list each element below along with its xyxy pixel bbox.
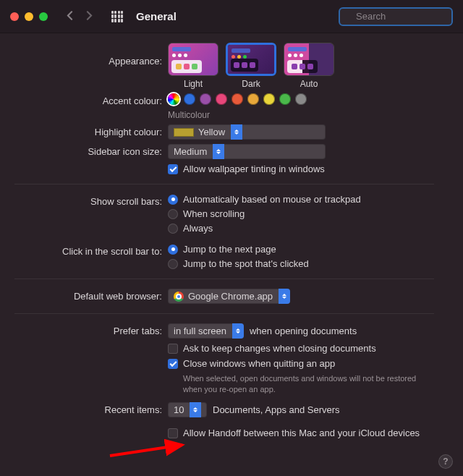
close-windows-label: Close windows when quitting an app	[183, 358, 335, 369]
accent-green[interactable]	[279, 93, 291, 105]
search-field[interactable]	[339, 7, 453, 26]
accent-label: Accent colour:	[0, 93, 168, 106]
close-window-button[interactable]	[10, 12, 19, 21]
window-controls	[10, 12, 48, 21]
back-button[interactable]	[65, 11, 75, 22]
chevron-updown-icon	[213, 144, 224, 159]
content: Appearance: Light Dark Auto Accent colou…	[0, 33, 463, 455]
handoff-checkbox[interactable]: Allow Handoff between this Mac and your …	[168, 428, 449, 438]
chevron-updown-icon	[279, 289, 290, 304]
accent-blue[interactable]	[184, 93, 195, 105]
recent-items-select[interactable]: 10	[168, 402, 207, 417]
chevron-updown-icon	[232, 323, 244, 339]
default-browser-select[interactable]: Google Chrome.app	[168, 289, 290, 304]
appearance-light-caption: Light	[168, 79, 218, 89]
sidebar-size-select[interactable]: Medium	[168, 144, 326, 159]
scroll-click-next-radio[interactable]: Jump to the next page	[168, 244, 449, 255]
browser-value: Google Chrome.app	[188, 291, 273, 302]
ask-changes-checkbox[interactable]: Ask to keep changes when closing documen…	[168, 343, 449, 354]
highlight-value: Yellow	[198, 127, 225, 137]
scrollbars-scrolling-radio[interactable]: When scrolling	[168, 208, 449, 219]
appearance-auto-caption: Auto	[284, 79, 334, 89]
chrome-icon	[174, 292, 184, 302]
highlight-label: Highlight colour:	[0, 124, 168, 137]
prefer-tabs-value: in full screen	[174, 326, 226, 336]
scrollbars-always-radio[interactable]: Always	[168, 223, 449, 234]
wallpaper-tinting-checkbox[interactable]: Allow wallpaper tinting in windows	[168, 163, 449, 174]
highlight-chip-icon	[174, 128, 194, 137]
help-button[interactable]: ?	[438, 454, 453, 469]
accent-orange[interactable]	[247, 93, 259, 105]
accent-caption: Multicolour	[168, 110, 449, 120]
forward-button[interactable]	[85, 11, 94, 22]
accent-red[interactable]	[232, 93, 243, 105]
accent-purple[interactable]	[200, 93, 211, 105]
accent-pink[interactable]	[216, 93, 227, 105]
recent-items-suffix: Documents, Apps and Servers	[213, 404, 340, 415]
scroll-click-spot-radio[interactable]: Jump to the spot that's clicked	[168, 258, 449, 269]
appearance-option-auto[interactable]: Auto	[284, 43, 334, 89]
zoom-window-button[interactable]	[39, 12, 48, 21]
minimize-window-button[interactable]	[25, 12, 33, 21]
sidebar-size-value: Medium	[174, 146, 207, 157]
recent-items-label: Recent items:	[0, 402, 168, 415]
browser-label: Default web browser:	[0, 289, 168, 302]
appearance-dark-caption: Dark	[226, 79, 276, 89]
accent-swatches	[168, 93, 449, 105]
accent-graphite[interactable]	[295, 93, 307, 105]
close-windows-checkbox[interactable]: Close windows when quitting an app	[168, 358, 449, 369]
sidebar-size-label: Sidebar icon size:	[0, 144, 168, 157]
chevron-updown-icon	[190, 402, 201, 417]
prefer-tabs-select[interactable]: in full screen	[168, 323, 244, 339]
nav-buttons	[65, 11, 94, 22]
appearance-label: Appearance:	[0, 43, 168, 67]
accent-yellow[interactable]	[263, 93, 275, 105]
prefer-tabs-suffix: when opening documents	[250, 326, 357, 336]
scrollbars-label: Show scroll bars:	[0, 194, 168, 207]
show-all-icon[interactable]	[111, 11, 123, 22]
appearance-option-dark[interactable]: Dark	[226, 43, 276, 89]
close-windows-note: When selected, open documents and window…	[183, 373, 429, 395]
ask-changes-label: Ask to keep changes when closing documen…	[183, 343, 376, 354]
recent-items-value: 10	[174, 404, 184, 415]
search-input[interactable]	[354, 10, 463, 22]
appearance-option-light[interactable]: Light	[168, 43, 218, 89]
page-title: General	[136, 10, 177, 22]
scrollbars-auto-radio[interactable]: Automatically based on mouse or trackpad	[168, 194, 449, 205]
titlebar: General	[0, 0, 463, 33]
prefer-tabs-label: Prefer tabs:	[0, 323, 168, 336]
scroll-click-label: Click in the scroll bar to:	[0, 244, 168, 257]
highlight-colour-select[interactable]: Yellow	[168, 124, 326, 140]
chevron-updown-icon	[231, 124, 242, 140]
handoff-label: Allow Handoff between this Mac and your …	[183, 428, 420, 438]
accent-multicolour[interactable]	[168, 93, 179, 105]
wallpaper-tinting-label: Allow wallpaper tinting in windows	[183, 163, 325, 174]
